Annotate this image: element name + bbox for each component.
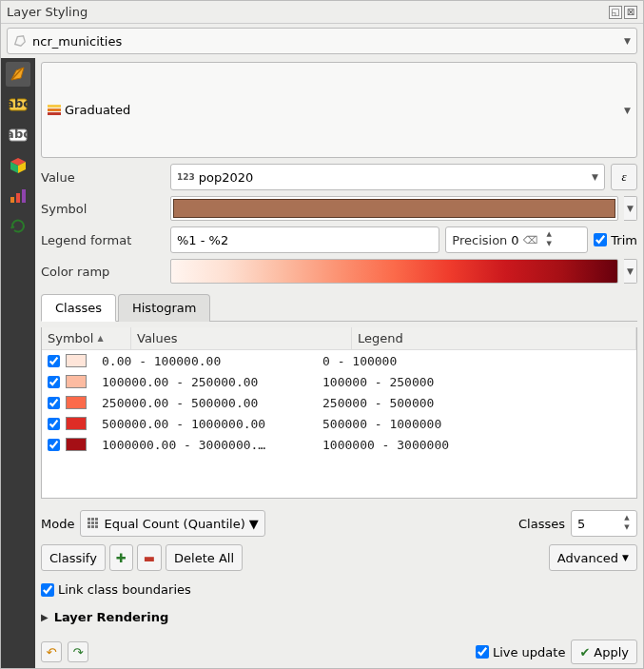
class-tabs: Classes Histogram [41,293,637,322]
mode-label: Mode [41,517,74,531]
polygon-layer-icon [13,34,27,48]
delete-all-button[interactable]: Delete All [166,544,243,571]
class-visibility-checkbox[interactable] [48,397,60,409]
svg-rect-4 [10,197,14,203]
class-color-swatch[interactable] [66,438,87,451]
chevron-down-icon: ▼ [624,36,631,46]
diagrams-tab-icon[interactable] [6,184,30,208]
classes-count-spinner[interactable]: 5 ▲▼ [571,510,637,537]
precision-spinner[interactable]: Precision 0 ⌫ ▲▼ [445,226,588,253]
mode-selector[interactable]: Equal Count (Quantile) ▼ [80,510,264,537]
class-legend[interactable]: 250000 - 500000 [322,396,631,410]
symbol-preview-button[interactable] [170,196,618,221]
class-row[interactable]: 1000000.00 - 3000000.…1000000 - 3000000 [42,434,636,455]
svg-rect-18 [95,525,98,528]
legend-format-label: Legend format [41,233,165,247]
undo-button[interactable]: ↶ [41,641,62,662]
chevron-down-icon: ▼ [592,172,598,182]
class-color-swatch[interactable] [66,375,87,388]
trim-checkbox[interactable]: Trim [594,233,637,247]
link-boundaries-checkbox[interactable]: Link class boundaries [41,582,637,597]
class-visibility-checkbox[interactable] [48,418,60,430]
column-header-symbol[interactable]: Symbol▲ [42,327,131,349]
spin-down-icon[interactable]: ▼ [543,240,555,249]
clear-icon[interactable]: ⌫ [523,234,538,246]
advanced-button[interactable]: Advanced▼ [549,544,637,571]
3d-view-tab-icon[interactable] [6,153,30,178]
history-tab-icon[interactable] [6,214,30,239]
expression-button[interactable]: ε [611,164,637,190]
svg-text:abc: abc [9,128,28,141]
class-legend[interactable]: 0 - 100000 [322,354,631,368]
svg-rect-6 [22,189,26,203]
symbology-tab-icon[interactable] [6,62,30,87]
class-row[interactable]: 100000.00 - 250000.00100000 - 250000 [42,371,636,392]
renderer-type-label: Graduated [65,103,130,117]
svg-rect-5 [16,193,20,203]
class-row[interactable]: 250000.00 - 500000.00250000 - 500000 [42,392,636,413]
class-visibility-checkbox[interactable] [48,376,60,388]
svg-rect-12 [95,518,98,521]
tab-histogram[interactable]: Histogram [118,294,210,322]
class-values[interactable]: 250000.00 - 500000.00 [102,396,322,410]
classes-count-label: Classes [518,517,565,531]
legend-format-input[interactable] [170,226,439,253]
symbol-label: Symbol [41,202,165,216]
class-row[interactable]: 500000.00 - 1000000.00500000 - 1000000 [42,413,636,434]
spin-up-icon[interactable]: ▲ [543,230,555,240]
tab-classes[interactable]: Classes [41,294,116,322]
redo-button[interactable]: ↷ [68,641,88,662]
class-legend[interactable]: 100000 - 250000 [322,375,631,389]
classify-button[interactable]: Classify [41,544,106,571]
close-icon[interactable]: ⊠ [624,6,637,19]
layer-selector-row: ncr_municities ▼ [1,24,643,58]
renderer-type-selector[interactable]: Graduated ▼ [41,62,637,158]
svg-rect-16 [88,525,90,528]
svg-rect-7 [48,105,61,108]
graduated-icon [48,105,61,116]
class-color-swatch[interactable] [66,417,87,430]
triangle-right-icon: ▶ [41,612,49,622]
layer-selector[interactable]: ncr_municities ▼ [7,28,637,54]
svg-rect-9 [48,112,61,115]
apply-button[interactable]: ✔ Apply [571,639,637,664]
chevron-down-icon: ▼ [622,553,629,562]
chevron-down-icon: ▼ [249,517,259,531]
remove-class-button[interactable]: ▬ [137,544,162,571]
chevron-down-icon: ▼ [624,106,631,115]
class-values[interactable]: 100000.00 - 250000.00 [102,375,322,389]
symbol-dropdown-button[interactable]: ▼ [624,196,637,221]
color-ramp-dropdown-button[interactable]: ▼ [624,259,637,284]
class-color-swatch[interactable] [66,396,87,409]
svg-rect-8 [48,108,61,111]
color-ramp-button[interactable] [170,259,618,284]
class-values[interactable]: 0.00 - 100000.00 [102,354,322,368]
class-row[interactable]: 0.00 - 100000.000 - 100000 [42,350,636,371]
layer-rendering-section[interactable]: ▶ Layer Rendering [41,610,637,624]
panel-titlebar: Layer Styling ◱ ⊠ [1,1,643,24]
masks-tab-icon[interactable]: abc [6,123,30,148]
labels-tab-icon[interactable]: abc [6,92,30,117]
dock-icon[interactable]: ◱ [609,6,622,19]
add-class-button[interactable]: ✚ [109,544,133,571]
undo-icon: ↶ [47,645,57,659]
svg-text:abc: abc [9,98,28,110]
svg-rect-13 [88,521,90,524]
live-update-checkbox[interactable]: Live update [476,645,565,659]
field-type-icon: 123 [177,172,195,182]
svg-rect-10 [88,518,90,521]
class-legend[interactable]: 500000 - 1000000 [322,417,631,431]
class-legend[interactable]: 1000000 - 3000000 [322,438,631,452]
value-field-selector[interactable]: 123 pop2020 ▼ [170,164,605,190]
spin-down-icon[interactable]: ▼ [621,523,633,533]
class-visibility-checkbox[interactable] [48,439,60,451]
sort-asc-icon: ▲ [97,334,103,343]
class-visibility-checkbox[interactable] [48,355,60,367]
column-header-legend[interactable]: Legend [352,327,636,349]
column-header-values[interactable]: Values [131,327,352,349]
class-color-swatch[interactable] [66,354,87,367]
quantile-icon [87,517,100,530]
class-values[interactable]: 1000000.00 - 3000000.… [102,438,322,452]
class-values[interactable]: 500000.00 - 1000000.00 [102,417,322,431]
spin-up-icon[interactable]: ▲ [621,514,633,523]
